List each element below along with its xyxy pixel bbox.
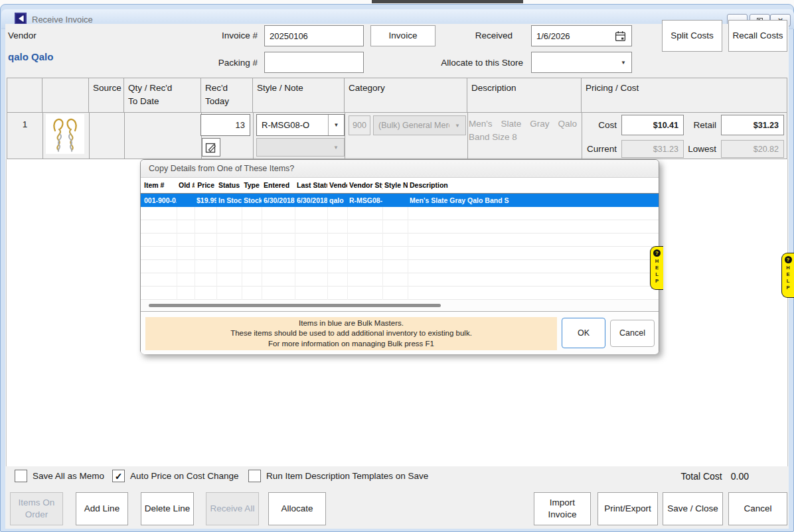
retail-label: Retail bbox=[680, 120, 716, 130]
vendor-label: Vendor bbox=[8, 31, 37, 40]
copy-details-dialog: Copy Details from One of These Items? It… bbox=[140, 159, 659, 354]
column-header-description: Description bbox=[467, 78, 582, 112]
note-combobox-disabled: ▼ bbox=[256, 138, 345, 157]
dialog-empty-rows bbox=[141, 207, 659, 300]
cell-type: Stock bbox=[242, 194, 262, 207]
vendor-name: qalo Qalo bbox=[8, 51, 53, 62]
total-cost-value: 0.00 bbox=[731, 471, 749, 482]
receive-all-button: Receive All bbox=[206, 492, 259, 525]
allocate-store-label: Allocate to this Store bbox=[400, 58, 523, 68]
scrollbar-thumb[interactable] bbox=[149, 304, 441, 307]
earrings-image bbox=[46, 114, 84, 154]
auto-price-label: Auto Price on Cost Change bbox=[130, 471, 239, 481]
current-label: Current bbox=[567, 144, 617, 154]
bulk-info-message: Items in blue are Bulk Masters. These it… bbox=[145, 317, 557, 350]
import-invoice-button[interactable]: Import Invoice bbox=[534, 492, 591, 525]
help-tab-label: HELP bbox=[654, 258, 660, 285]
edit-note-button[interactable] bbox=[202, 138, 220, 157]
split-costs-button[interactable]: Split Costs bbox=[662, 20, 722, 52]
total-cost-label: Total Cost bbox=[681, 471, 722, 482]
chevron-down-icon: ▼ bbox=[328, 115, 344, 135]
dialog-table-header: Item # Old # Price Status Type Entered L… bbox=[141, 178, 659, 194]
total-cost: Total Cost 0.00 bbox=[677, 471, 749, 482]
ok-button[interactable]: OK bbox=[562, 318, 605, 348]
items-on-order-button: Items On Order bbox=[10, 492, 63, 525]
save-all-memo-label: Save All as Memo bbox=[33, 471, 104, 481]
help-icon: ? bbox=[653, 249, 661, 257]
cell-price: $19.99 bbox=[195, 194, 216, 207]
save-all-memo-checkbox[interactable] bbox=[15, 470, 27, 482]
lowest-value: $20.82 bbox=[721, 140, 784, 158]
cell-style-note bbox=[382, 194, 408, 207]
cell-entered: 6/30/2018 bbox=[262, 194, 295, 207]
grid-divider bbox=[467, 113, 468, 159]
delete-line-button[interactable]: Delete Line bbox=[141, 492, 194, 525]
lowest-label: Lowest bbox=[673, 144, 716, 154]
cell-vendor-style: R-MSG08-O bbox=[347, 194, 382, 207]
run-templates-label: Run Item Description Templates on Save bbox=[266, 471, 428, 481]
allocate-store-dropdown[interactable]: ▼ bbox=[531, 52, 632, 73]
cell-description: Men's Slate Gray Qalo Band S bbox=[408, 194, 659, 207]
item-thumbnail bbox=[46, 114, 84, 154]
grid-header: Source Qty / Rec'd To Date Rec'd Today S… bbox=[7, 78, 787, 113]
category-code-field: 900 bbox=[349, 115, 370, 135]
dialog-title: Copy Details from One of These Items? bbox=[141, 160, 659, 178]
column-header-qty-recd: Qty / Rec'd To Date bbox=[124, 78, 201, 112]
calendar-icon[interactable] bbox=[615, 31, 626, 42]
packing-number-input[interactable] bbox=[264, 52, 364, 73]
cell-status: In Stock bbox=[216, 194, 242, 207]
chevron-down-icon: ▼ bbox=[328, 139, 344, 156]
dialog-column-vendor-style: Vendor Style bbox=[347, 178, 382, 193]
row-number: 1 bbox=[7, 119, 42, 129]
help-tab-label: HELP bbox=[785, 265, 791, 291]
dialog-cancel-button[interactable]: Cancel bbox=[610, 320, 655, 347]
cell-last-status: 6/30/2018 bbox=[295, 194, 327, 207]
background-window-edge bbox=[372, 0, 523, 3]
run-templates-checkbox[interactable] bbox=[248, 470, 261, 482]
recall-costs-button[interactable]: Recall Costs bbox=[728, 20, 787, 52]
dialog-help-tab[interactable]: ? HELP bbox=[650, 246, 663, 290]
allocate-button[interactable]: Allocate bbox=[268, 492, 326, 525]
bulk-info-line3: For more information on managing Bulk pr… bbox=[268, 339, 434, 350]
column-header-recd-today: Rec'd Today bbox=[201, 78, 253, 112]
column-header-category: Category bbox=[345, 78, 467, 112]
style-combobox[interactable]: R-MSG08-O ▼ bbox=[256, 114, 345, 136]
invoice-number-input[interactable] bbox=[264, 25, 364, 46]
save-close-button[interactable]: Save / Close bbox=[663, 492, 723, 525]
dialog-selected-row[interactable]: 001-900-0... $19.99 In Stock Stock 6/30/… bbox=[141, 194, 659, 207]
column-header-blank1 bbox=[7, 78, 42, 112]
app-icon bbox=[15, 13, 27, 25]
dialog-column-status: Status bbox=[216, 178, 242, 193]
received-label: Received bbox=[455, 31, 513, 40]
dialog-column-description: Description bbox=[408, 178, 659, 193]
dialog-column-price: Price bbox=[195, 178, 216, 193]
pencil-icon bbox=[205, 141, 217, 153]
print-export-button[interactable]: Print/Export bbox=[597, 492, 658, 525]
bulk-info-line1: Items in blue are Bulk Masters. bbox=[299, 318, 404, 329]
packing-number-label: Packing # bbox=[197, 58, 258, 68]
dialog-horizontal-scrollbar[interactable] bbox=[141, 300, 659, 311]
auto-price-checkbox[interactable]: ✓ bbox=[112, 470, 125, 482]
column-header-style-note: Style / Note bbox=[253, 78, 345, 112]
add-line-button[interactable]: Add Line bbox=[76, 492, 128, 525]
column-header-pricing-cost: Pricing / Cost bbox=[582, 78, 787, 112]
cost-input[interactable] bbox=[621, 115, 684, 135]
invoice-line-row[interactable]: 1 R-MSG08-O ▼ ▼ 900 bbox=[7, 113, 787, 159]
category-value: (Bulk) General Merc... bbox=[374, 121, 449, 130]
cost-label: Cost bbox=[567, 120, 617, 130]
invoice-button[interactable]: Invoice bbox=[370, 25, 436, 46]
checkmark-icon: ✓ bbox=[115, 472, 123, 481]
column-header-image bbox=[42, 78, 89, 112]
dialog-column-type: Type bbox=[242, 178, 262, 193]
dialog-column-old: Old # bbox=[177, 178, 195, 193]
bulk-info-line2: These items should be used to add additi… bbox=[230, 328, 472, 339]
cancel-button[interactable]: Cancel bbox=[728, 492, 787, 525]
window-help-tab[interactable]: ? HELP bbox=[781, 253, 794, 298]
column-header-source: Source bbox=[89, 78, 124, 112]
dialog-footer: Items in blue are Bulk Masters. These it… bbox=[141, 311, 659, 354]
item-description: Men's Slate Gray Qalo Band Size 8 bbox=[469, 117, 577, 145]
retail-input[interactable] bbox=[721, 115, 784, 135]
category-dropdown-disabled: (Bulk) General Merc... ▼ bbox=[373, 115, 466, 135]
recd-today-input[interactable] bbox=[200, 114, 250, 136]
cell-vendor: qalo bbox=[327, 194, 347, 207]
